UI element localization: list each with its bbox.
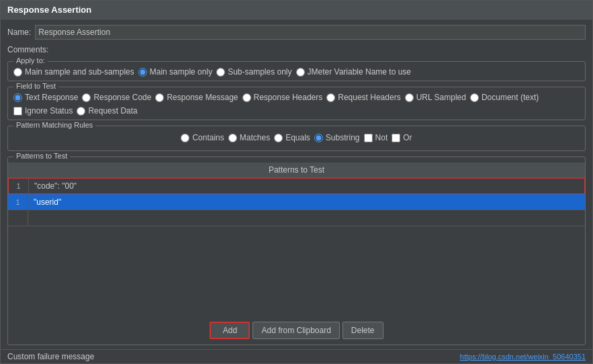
url-link[interactable]: https://blog.csdn.net/weixin_50640351 [460,353,586,361]
field-request-headers: Request Headers [326,93,400,102]
table-row[interactable]: 1 "userid" [8,194,585,210]
name-label: Name: [7,28,31,37]
pattern-not: Not [364,133,388,142]
pattern-substring-radio[interactable] [314,134,323,142]
row-value [28,216,585,221]
pattern-matching-section: Pattern Matching Rules Contains Matches … [7,126,586,151]
apply-jmeter-var: JMeter Variable Name to use [296,67,412,77]
field-response-message: Response Message [155,93,238,102]
row-value: "code": "00" [29,179,584,193]
patterns-to-test-title: Patterns to Test [13,152,70,160]
pattern-matches-radio[interactable] [228,134,237,142]
field-response-code-label: Response Code [93,93,151,102]
patterns-table-header: Patterns to Test [8,163,585,178]
field-response-message-label: Response Message [167,93,238,102]
apply-main-sub: Main sample and sub-samples [13,67,134,77]
custom-failure-label: Custom failure message [7,352,94,361]
field-request-headers-radio[interactable] [326,93,335,102]
pattern-or-checkbox[interactable] [392,134,400,142]
pattern-not-checkbox[interactable] [364,134,373,142]
apply-main-sub-radio[interactable] [13,68,22,77]
apply-main-only-radio[interactable] [138,68,147,77]
pattern-matches-label: Matches [240,133,270,142]
field-ignore-status: Ignore Status [13,106,73,116]
apply-sub-only-label: Sub-samples only [228,67,291,77]
pattern-contains: Contains [181,133,224,142]
field-text-response-radio[interactable] [13,93,22,102]
dialog-body: Name: Comments: Apply to: Main sample an… [1,19,592,349]
field-document-text-radio[interactable] [470,93,479,102]
row-number: 1 [8,194,28,210]
field-request-data-radio[interactable] [77,107,85,116]
field-document-text-label: Document (text) [482,93,539,102]
patterns-to-test-section: Patterns to Test Patterns to Test 1 "cod… [7,156,586,345]
pattern-equals-label: Equals [285,133,310,142]
apply-sub-only: Sub-samples only [216,67,291,77]
apply-jmeter-var-label: JMeter Variable Name to use [308,67,412,77]
field-response-code-radio[interactable] [82,93,91,102]
field-url-sampled-label: URL Sampled [416,93,466,102]
field-text-response-label: Text Response [25,93,78,102]
field-response-code: Response Code [82,93,151,102]
pattern-not-label: Not [375,133,388,142]
field-url-sampled: URL Sampled [405,93,466,102]
apply-main-only-label: Main sample only [150,67,212,77]
name-input[interactable] [35,25,586,40]
response-assertion-dialog: Response Assertion Name: Comments: Apply… [0,0,593,364]
field-ignore-status-checkbox[interactable] [13,107,22,116]
field-url-sampled-radio[interactable] [405,93,414,102]
field-document-text: Document (text) [470,93,539,102]
name-row: Name: [7,24,586,41]
field-response-message-radio[interactable] [155,93,164,102]
field-to-test-section: Field to Test Text Response Response Cod… [7,87,586,120]
dialog-title: Response Assertion [1,1,592,19]
field-ignore-status-label: Ignore Status [25,106,73,116]
row-number [8,210,28,226]
row-value: "userid" [28,195,585,210]
field-response-headers-radio[interactable] [242,93,251,102]
comments-row: Comments: [7,44,586,56]
pattern-matching-title: Pattern Matching Rules [13,121,95,129]
field-request-headers-label: Request Headers [338,93,400,102]
apply-main-sub-label: Main sample and sub-samples [25,67,134,77]
field-response-headers: Response Headers [242,93,323,102]
table-row[interactable]: 1 "code": "00" [8,178,585,194]
patterns-buttons: Add Add from Clipboard Delete [8,316,585,345]
field-request-data-label: Request Data [88,106,137,116]
pattern-substring-label: Substring [326,133,360,142]
field-request-data: Request Data [77,106,137,116]
add-from-clipboard-button[interactable]: Add from Clipboard [253,322,339,339]
pattern-contains-label: Contains [192,133,224,142]
apply-to-section: Apply to: Main sample and sub-samples Ma… [7,61,586,81]
field-to-test-title: Field to Test [13,82,58,90]
row-number: 1 [9,179,29,193]
pattern-equals: Equals [274,133,310,142]
field-text-response: Text Response [13,93,78,102]
pattern-or-label: Or [403,133,412,142]
pattern-contains-radio[interactable] [181,134,189,142]
add-button[interactable]: Add [210,322,250,339]
pattern-matching-options: Contains Matches Equals Substring Not [13,129,580,146]
bottom-bar: Custom failure message https://blog.csdn… [1,349,592,363]
pattern-substring: Substring [314,133,360,142]
apply-to-title: Apply to: [13,56,48,64]
apply-jmeter-var-radio[interactable] [296,68,305,77]
apply-sub-only-radio[interactable] [216,68,225,77]
comments-label: Comments: [7,45,48,54]
pattern-equals-radio[interactable] [274,134,283,142]
field-to-test-options: Text Response Response Code Response Mes… [13,90,580,116]
apply-main-only: Main sample only [138,67,212,77]
pattern-matches: Matches [228,133,270,142]
delete-button[interactable]: Delete [343,322,383,339]
apply-to-options: Main sample and sub-samples Main sample … [13,64,580,77]
pattern-or: Or [392,133,412,142]
table-row[interactable] [8,210,585,226]
patterns-list: 1 "code": "00" 1 "userid" [8,178,585,316]
field-response-headers-label: Response Headers [254,93,323,102]
